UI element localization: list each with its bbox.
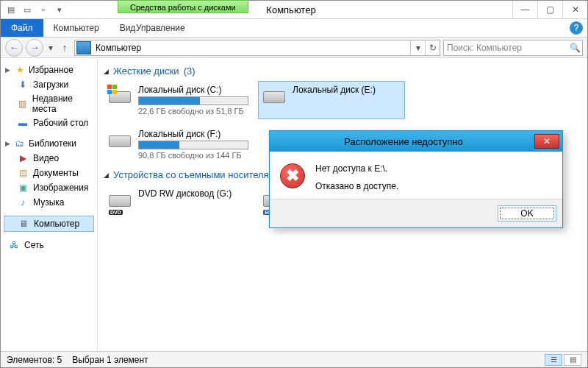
recent-icon: ▥	[17, 98, 28, 110]
sidebar-item-label: Рабочий стол	[33, 118, 88, 128]
help-icon[interactable]: ?	[570, 21, 583, 35]
status-item-count: Элементов: 5	[7, 355, 62, 365]
drive-free-text: 90,8 ГБ свободно из 144 ГБ	[138, 151, 248, 160]
sidebar-label: Избранное	[29, 65, 74, 75]
optical-drive-icon: DVD	[107, 188, 132, 213]
documents-icon: ▤	[17, 167, 29, 179]
computer-icon	[76, 41, 91, 54]
category-count: (3)	[184, 66, 196, 77]
nav-bar: ← → ▾ ↑ Компьютер ▾ ↻ Поиск: Компьютер 🔍	[1, 38, 587, 58]
chevron-down-icon: ▶	[5, 66, 11, 74]
qat-properties-icon[interactable]: ▭	[21, 4, 33, 15]
star-icon: ★	[14, 64, 26, 76]
maximize-button[interactable]: ▢	[537, 1, 562, 18]
status-bar: Элементов: 5 Выбран 1 элемент ☰ ▤	[1, 351, 587, 367]
sidebar-item-label: Видео	[33, 153, 59, 163]
address-bar[interactable]: Компьютер ▾ ↻	[74, 40, 440, 56]
tab-computer[interactable]: Компьютер	[43, 19, 110, 37]
drive-c[interactable]: Локальный диск (C:) 22,6 ГБ свободно из …	[104, 81, 251, 119]
drive-f[interactable]: Локальный диск (F:) 90,8 ГБ свободно из …	[104, 125, 251, 163]
drive-icon	[107, 85, 132, 110]
dialog-titlebar[interactable]: Расположение недоступно ✕	[270, 131, 562, 152]
downloads-icon: ⬇	[17, 79, 29, 91]
forward-button[interactable]: →	[26, 39, 43, 57]
dialog-message-2: Отказано в доступе.	[315, 181, 398, 191]
dialog-close-button[interactable]: ✕	[534, 134, 559, 149]
computer-icon: 🖥	[18, 218, 29, 230]
sidebar-item-videos[interactable]: ▶Видео	[1, 151, 97, 166]
sidebar-item-label: Загрузки	[33, 79, 68, 90]
refresh-icon[interactable]: ↻	[425, 40, 440, 55]
drive-icon	[262, 85, 287, 110]
sidebar-item-computer[interactable]: 🖥Компьютер	[4, 216, 94, 232]
sidebar-item-downloads[interactable]: ⬇Загрузки	[1, 77, 97, 92]
drive-name: Локальный диск (C:)	[138, 85, 248, 95]
navigation-pane: ▶ ★ Избранное ⬇Загрузки ▥Недавние места …	[1, 58, 98, 351]
search-placeholder: Поиск: Компьютер	[444, 43, 567, 53]
chevron-down-icon: ◢	[104, 68, 109, 75]
sidebar-item-label: Недавние места	[32, 93, 94, 114]
dialog-message-1: Нет доступа к E:\.	[315, 163, 398, 174]
system-menu-icon[interactable]: ▤	[5, 4, 17, 15]
view-tiles-button[interactable]: ▤	[564, 354, 581, 366]
context-tool-tab: Средства работы с дисками	[118, 0, 248, 13]
close-button[interactable]: ✕	[562, 1, 587, 18]
sidebar-item-label: Сеть	[24, 240, 44, 250]
sidebar-item-label: Изображения	[33, 183, 88, 193]
drive-name: Локальный диск (F:)	[138, 129, 248, 139]
sidebar-libraries[interactable]: ▶ 🗂 Библиотеки	[1, 136, 97, 151]
status-selected: Выбран 1 элемент	[72, 355, 148, 365]
sidebar-item-label: Музыка	[33, 197, 64, 208]
music-icon: ♪	[17, 197, 29, 208]
error-icon: ✖	[280, 163, 305, 188]
category-label: Устройства со съемными носителями	[113, 169, 281, 180]
minimize-button[interactable]: ―	[512, 1, 537, 18]
sidebar-item-pictures[interactable]: ▣Изображения	[1, 180, 97, 195]
sidebar-item-label: Документы	[33, 168, 79, 178]
back-button[interactable]: ←	[5, 39, 23, 57]
sidebar-item-recent[interactable]: ▥Недавние места	[1, 92, 97, 116]
chevron-down-icon: ▶	[5, 140, 11, 147]
category-hard-disks[interactable]: ◢ Жесткие диски (3)	[104, 66, 581, 77]
desktop-icon: ▬	[17, 117, 29, 129]
search-box[interactable]: Поиск: Компьютер 🔍	[443, 40, 583, 56]
drive-e[interactable]: Локальный диск (E:)	[258, 81, 405, 119]
sidebar-item-label: Компьютер	[34, 219, 79, 229]
sidebar-favorites[interactable]: ▶ ★ Избранное	[1, 63, 97, 77]
category-label: Жесткие диски	[113, 66, 179, 77]
error-dialog: Расположение недоступно ✕ ✖ Нет доступа …	[269, 130, 563, 228]
drive-icon	[107, 129, 132, 154]
libraries-icon: 🗂	[14, 138, 26, 149]
qat-dropdown-icon[interactable]: ▾	[54, 4, 65, 15]
sidebar-item-network[interactable]: 🖧Сеть	[1, 238, 97, 252]
qat-newfolder-icon[interactable]: ▫	[37, 4, 49, 15]
title-bar: ▤ ▭ ▫ ▾ Компьютер ― ▢ ✕	[1, 1, 587, 19]
sidebar-item-documents[interactable]: ▤Документы	[1, 166, 97, 180]
address-dropdown-icon[interactable]: ▾	[410, 40, 425, 55]
video-icon: ▶	[17, 152, 29, 164]
capacity-bar	[138, 141, 248, 149]
history-dropdown-icon[interactable]: ▾	[46, 43, 55, 53]
view-details-button[interactable]: ☰	[545, 354, 562, 366]
chevron-down-icon: ◢	[104, 171, 109, 179]
ok-button[interactable]: OK	[498, 205, 556, 222]
pictures-icon: ▣	[17, 182, 29, 194]
sidebar-item-music[interactable]: ♪Музыка	[1, 195, 97, 210]
sidebar-item-desktop[interactable]: ▬Рабочий стол	[1, 116, 97, 130]
tab-manage[interactable]: Управление	[126, 19, 196, 38]
drive-name: DVD RW дисковод (G:)	[138, 188, 232, 199]
capacity-bar	[138, 96, 248, 105]
address-text: Компьютер	[93, 43, 410, 53]
drive-name: Локальный диск (E:)	[293, 85, 376, 95]
drive-g-dvd[interactable]: DVD DVD RW дисковод (G:)	[104, 185, 251, 217]
drive-free-text: 22,6 ГБ свободно из 51,8 ГБ	[138, 107, 248, 116]
tab-file[interactable]: Файл	[1, 19, 43, 37]
search-icon[interactable]: 🔍	[567, 43, 582, 53]
ribbon-tabs: Файл Компьютер Вид Управление ˇ ?	[1, 19, 587, 38]
windows-flag-icon	[107, 85, 118, 95]
dialog-title: Расположение недоступно	[273, 136, 534, 147]
sidebar-label: Библиотеки	[29, 138, 76, 149]
network-icon: 🖧	[8, 239, 20, 251]
up-button[interactable]: ↑	[58, 42, 71, 54]
